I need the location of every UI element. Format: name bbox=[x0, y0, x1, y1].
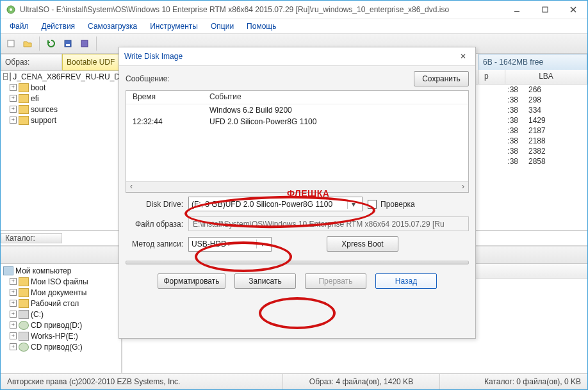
col-size[interactable]: p bbox=[479, 70, 505, 84]
dialog-titlebar: Write Disk Image ✕ bbox=[119, 47, 475, 66]
catalog-item[interactable]: +CD привод(G:) bbox=[3, 341, 118, 352]
disk-drive-value: (F:, 8 GB)UFD 2.0 Silicon-Power8G 1100 bbox=[192, 200, 347, 209]
tree-item-sources[interactable]: sources bbox=[31, 105, 58, 114]
log-row-1: Windows 6.2 Build 9200 bbox=[203, 104, 298, 116]
svg-rect-3 bbox=[543, 7, 548, 12]
verify-label: Проверка bbox=[380, 200, 415, 209]
col-time[interactable]: Время bbox=[126, 91, 203, 104]
folder-icon bbox=[19, 83, 29, 92]
abort-button: Прервать bbox=[305, 273, 366, 289]
catalog-item[interactable]: +Рабочий стол bbox=[3, 298, 118, 309]
window-title: UltraISO - E:\install\System\OS\Windows … bbox=[20, 5, 503, 14]
write-disk-dialog: Write Disk Image ✕ Сообщение: Сохранить … bbox=[118, 47, 476, 339]
write-button[interactable]: Записать bbox=[234, 273, 296, 289]
message-list[interactable]: Время Событие Windows 6.2 Build 9200 12:… bbox=[126, 90, 469, 193]
catalog-tree[interactable]: Мой компьютер +Мои ISO файлы+Мои докумен… bbox=[1, 264, 122, 373]
col-lba[interactable]: LBA bbox=[505, 70, 587, 84]
status-copyright: Авторские права (c)2002-2010 EZB Systems… bbox=[1, 374, 283, 389]
xpress-boot-button[interactable]: Xpress Boot bbox=[327, 236, 398, 252]
scroll-right-icon[interactable]: › bbox=[458, 182, 468, 192]
folder-icon bbox=[19, 277, 29, 286]
svg-point-1 bbox=[10, 8, 12, 11]
write-method-label: Метод записи: bbox=[126, 240, 183, 248]
write-method-combo[interactable]: USB-HDD+ ▾ bbox=[188, 237, 272, 252]
tree-item-boot[interactable]: boot bbox=[31, 83, 45, 92]
verify-checkbox[interactable]: Проверка bbox=[368, 200, 425, 209]
annotation-ring-write bbox=[259, 297, 336, 329]
open-icon[interactable] bbox=[20, 36, 35, 51]
svg-rect-6 bbox=[8, 40, 14, 47]
save-icon[interactable] bbox=[60, 36, 76, 51]
image-file-value: E:\install\System\OS\Windows 10 Enterpri… bbox=[188, 216, 469, 231]
status-image: Образ: 4 файла(ов), 1420 KB bbox=[283, 374, 440, 389]
image-label: Образ: bbox=[1, 54, 62, 70]
chevron-down-icon[interactable]: ▾ bbox=[256, 240, 268, 248]
svg-rect-8 bbox=[66, 44, 70, 46]
tree-item-support[interactable]: support bbox=[31, 116, 56, 125]
disk-drive-label: Disk Drive: bbox=[126, 200, 183, 209]
folder-icon bbox=[19, 299, 29, 308]
drive-icon bbox=[19, 332, 29, 341]
menu-actions[interactable]: Действия bbox=[35, 20, 82, 32]
catalog-item[interactable]: +(C:) bbox=[3, 309, 118, 320]
refresh-icon[interactable] bbox=[44, 36, 59, 51]
catalog-item[interactable]: +Works-HP(E:) bbox=[3, 330, 118, 341]
folder-icon bbox=[19, 288, 29, 297]
dialog-title: Write Disk Image bbox=[124, 52, 183, 61]
menu-help[interactable]: Помощь bbox=[240, 20, 282, 32]
drive-icon bbox=[19, 310, 29, 319]
svg-rect-9 bbox=[81, 40, 88, 47]
catalog-item[interactable]: +Мои ISO файлы bbox=[3, 276, 118, 287]
save-log-button[interactable]: Сохранить bbox=[414, 71, 469, 86]
col-event[interactable]: Событие bbox=[203, 91, 248, 104]
cd-icon bbox=[19, 321, 29, 330]
catalog-root[interactable]: Мой компьютер bbox=[15, 266, 71, 275]
catalog-item[interactable]: +Мои документы bbox=[3, 287, 118, 298]
new-icon[interactable] bbox=[3, 36, 19, 51]
capacity-badge: 6B - 1642MB free bbox=[478, 54, 587, 70]
maximize-button[interactable] bbox=[531, 1, 559, 19]
app-icon bbox=[6, 4, 16, 15]
folder-icon bbox=[19, 94, 29, 103]
catalog-label: Каталог: bbox=[1, 233, 62, 243]
menubar: Файл Действия Самозагрузка Инструменты О… bbox=[1, 19, 587, 33]
status-catalog: Каталог: 0 файла(ов), 0 KB bbox=[440, 374, 587, 389]
write-method-value: USB-HDD+ bbox=[192, 240, 256, 248]
menu-bootable[interactable]: Самозагрузка bbox=[81, 20, 143, 32]
progress-bar-empty bbox=[126, 261, 469, 264]
dialog-close-icon[interactable]: ✕ bbox=[456, 52, 470, 61]
menu-tools[interactable]: Инструменты bbox=[143, 20, 204, 32]
close-button[interactable] bbox=[559, 1, 587, 19]
format-button[interactable]: Форматировать bbox=[158, 273, 225, 289]
chevron-down-icon[interactable]: ▾ bbox=[347, 200, 359, 209]
statusbar: Авторские права (c)2002-2010 EZB Systems… bbox=[1, 373, 587, 389]
folder-icon bbox=[19, 105, 29, 114]
cd-icon bbox=[19, 343, 29, 352]
checkbox-icon bbox=[368, 200, 377, 209]
saveas-icon[interactable] bbox=[77, 36, 92, 51]
folder-icon bbox=[19, 116, 29, 125]
image-file-label: Файл образа: bbox=[126, 220, 183, 229]
back-button[interactable]: Назад bbox=[375, 273, 437, 289]
computer-icon bbox=[3, 266, 13, 275]
message-label: Сообщение: bbox=[126, 74, 414, 83]
tree-item-efi[interactable]: efi bbox=[31, 94, 39, 103]
catalog-item[interactable]: +CD привод(D:) bbox=[3, 320, 118, 330]
menu-file[interactable]: Файл bbox=[3, 20, 35, 32]
disk-icon bbox=[10, 72, 11, 81]
log-row-2-time: 12:32:44 bbox=[126, 116, 203, 127]
titlebar: UltraISO - E:\install\System\OS\Windows … bbox=[1, 1, 587, 19]
minimize-button[interactable] bbox=[503, 1, 531, 19]
image-tree[interactable]: −J_CENA_X86FREV_RU-RU_D +boot +efi +sour… bbox=[1, 70, 122, 230]
app-window: UltraISO - E:\install\System\OS\Windows … bbox=[0, 0, 588, 390]
tree-root[interactable]: J_CENA_X86FREV_RU-RU_D bbox=[13, 72, 120, 81]
menu-options[interactable]: Опции bbox=[204, 20, 240, 32]
log-row-2-event: UFD 2.0 Silicon-Power8G 1100 bbox=[203, 116, 323, 127]
disk-drive-combo[interactable]: (F:, 8 GB)UFD 2.0 Silicon-Power8G 1100 ▾ bbox=[188, 197, 363, 211]
scroll-left-icon[interactable]: ‹ bbox=[126, 182, 136, 192]
